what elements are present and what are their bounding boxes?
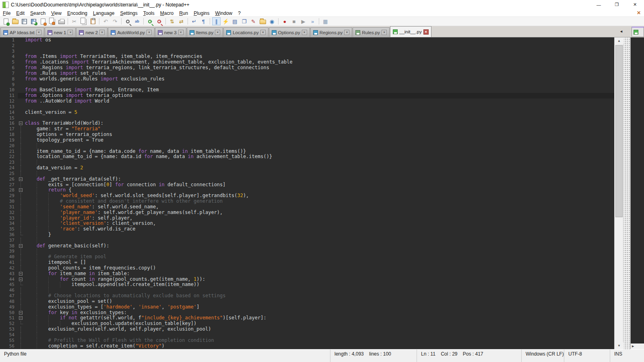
document-map-icon[interactable]: ▤ (231, 17, 239, 25)
fold-collapse-icon[interactable]: − (19, 311, 23, 315)
find-icon[interactable] (124, 17, 132, 25)
tab-new-3[interactable]: new 3✕ (155, 27, 186, 37)
tab-close-icon[interactable]: ✕ (344, 30, 349, 35)
tab--init-py[interactable]: __init__.py✕ (390, 26, 431, 37)
menu-[interactable]: ? (235, 10, 244, 16)
tab-scroll-left-icon[interactable]: ◄ (619, 29, 623, 33)
menu-view[interactable]: View (48, 10, 64, 16)
copy-icon[interactable] (79, 17, 88, 25)
close-all-icon[interactable] (48, 17, 56, 25)
fold-collapse-icon[interactable]: − (19, 272, 23, 276)
code-area[interactable]: 1import os234from .Items import Terraria… (0, 37, 614, 349)
tab-close-icon[interactable]: ✕ (36, 30, 41, 35)
print-icon[interactable] (57, 17, 66, 25)
save-icon[interactable] (20, 17, 29, 25)
status-encoding[interactable]: UTF-8 (564, 350, 610, 362)
scroll-up-icon[interactable]: ▲ (615, 37, 623, 44)
fold-collapse-icon[interactable]: − (19, 278, 23, 281)
vertical-scrollbar[interactable]: ▲ ▼ (614, 37, 623, 349)
tab-close-icon[interactable]: ✕ (382, 30, 387, 35)
status-eol-format[interactable]: Windows (CR LF) (521, 350, 564, 362)
cut-icon[interactable]: ✂ (70, 17, 78, 25)
document-switcher-icon[interactable]: ❐ (240, 17, 248, 25)
tab-autoworld-py[interactable]: AutoWorld.py✕ (108, 27, 155, 37)
redo-icon[interactable]: ↷ (111, 17, 119, 25)
second-view-hscrollbar[interactable]: ▶ (631, 343, 644, 349)
menu-file[interactable]: File (0, 10, 13, 16)
menu-plugins[interactable]: Plugins (191, 10, 212, 16)
menu-window[interactable]: Window (213, 10, 235, 16)
macro-stop-icon[interactable]: ■ (290, 17, 298, 25)
tab-new-2[interactable]: new 2✕ (76, 27, 107, 37)
fold-collapse-icon[interactable]: − (19, 188, 23, 192)
fold-margin[interactable]: − (18, 121, 25, 126)
save-all-icon[interactable] (29, 17, 38, 25)
close-icon[interactable] (39, 17, 47, 25)
fold-margin[interactable]: − (18, 310, 25, 316)
new-file-icon[interactable] (2, 17, 10, 25)
view-splitter-handle[interactable] (623, 37, 630, 349)
tab-close-icon[interactable]: ✕ (68, 30, 73, 35)
zoom-out-icon[interactable]: − (155, 17, 163, 25)
tab-close-icon[interactable]: ✕ (99, 30, 105, 35)
fold-margin[interactable]: − (18, 271, 25, 277)
tab-close-icon[interactable]: ✕ (215, 30, 220, 35)
tab-ap-ideas-txt[interactable]: AP Ideas.txt✕ (0, 27, 44, 37)
menu-search[interactable]: Search (27, 10, 48, 16)
fold-collapse-icon[interactable]: − (19, 244, 23, 248)
open-file-icon[interactable] (11, 17, 19, 25)
close-button[interactable]: ✕ (626, 0, 644, 9)
sync-scroll-horizontal-icon[interactable]: ⇄ (177, 17, 186, 25)
tab-rules-py[interactable]: Rules.py✕ (353, 27, 390, 37)
menu-tools[interactable]: Tools (140, 10, 157, 16)
tab-new-1[interactable]: new 1✕ (45, 27, 76, 37)
fold-margin[interactable]: − (18, 315, 25, 321)
macro-play-icon[interactable]: ▶ (299, 17, 308, 25)
fold-margin[interactable]: − (18, 187, 25, 193)
zoom-in-icon[interactable]: + (146, 17, 154, 25)
menu-run[interactable]: Run (176, 10, 191, 16)
tab-close-icon[interactable]: ✕ (423, 29, 429, 35)
scrollbar-thumb[interactable] (615, 45, 623, 217)
macro-record-icon[interactable]: ● (281, 17, 289, 25)
menu-language[interactable]: Language (90, 10, 117, 16)
sync-scroll-vertical-icon[interactable]: ⇅ (168, 17, 176, 25)
menu-encoding[interactable]: Encoding (64, 10, 90, 16)
menu-settings[interactable]: Settings (117, 10, 140, 16)
fold-collapse-icon[interactable]: − (19, 316, 23, 320)
fold-collapse-icon[interactable]: − (19, 121, 23, 125)
menu-macro[interactable]: Macro (157, 10, 176, 16)
tab-items-py[interactable]: Items.py✕ (187, 27, 223, 37)
folder-workspace-icon[interactable] (258, 17, 267, 25)
monitoring-icon[interactable]: ◉ (268, 17, 276, 25)
fold-margin[interactable]: − (18, 243, 25, 249)
menu-edit[interactable]: Edit (13, 10, 27, 16)
function-list-icon[interactable]: ✎ (249, 17, 258, 25)
fold-collapse-icon[interactable]: − (19, 177, 23, 181)
status-insert-mode[interactable]: INS (610, 350, 644, 362)
macro-save-icon[interactable]: ▦ (321, 17, 330, 25)
scroll-down-icon[interactable]: ▼ (615, 342, 623, 349)
replace-icon[interactable]: ab (133, 17, 141, 25)
fold-margin[interactable]: − (18, 277, 25, 282)
tab-regions-py[interactable]: Regions.py✕ (310, 27, 353, 37)
word-wrap-icon[interactable]: ↵ (190, 17, 198, 25)
paste-icon[interactable] (89, 17, 97, 25)
indent-guide-icon[interactable]: ∥ (212, 17, 221, 25)
second-view-tab[interactable] (632, 27, 644, 37)
tab-close-icon[interactable]: ✕ (178, 30, 184, 35)
fold-margin[interactable]: − (18, 177, 25, 182)
macro-run-multiple-icon[interactable]: » (308, 17, 317, 25)
show-all-characters-icon[interactable]: ¶ (199, 17, 208, 25)
tab-close-icon[interactable]: ✕ (302, 30, 307, 35)
tab-close-icon[interactable]: ✕ (147, 30, 152, 35)
tab-locations-py[interactable]: Locations.py✕ (223, 27, 268, 37)
function-completion-icon[interactable]: ⚡ (221, 17, 230, 25)
scroll-right-icon[interactable]: ▶ (632, 345, 634, 348)
undo-icon[interactable]: ↶ (101, 17, 110, 25)
tab-options-py[interactable]: Options.py✕ (269, 27, 310, 37)
restore-button[interactable]: ❐ (608, 0, 626, 9)
minimize-button[interactable]: — (590, 0, 608, 9)
menubar-close-icon[interactable]: ✕ (637, 10, 641, 16)
tab-close-icon[interactable]: ✕ (260, 30, 266, 35)
